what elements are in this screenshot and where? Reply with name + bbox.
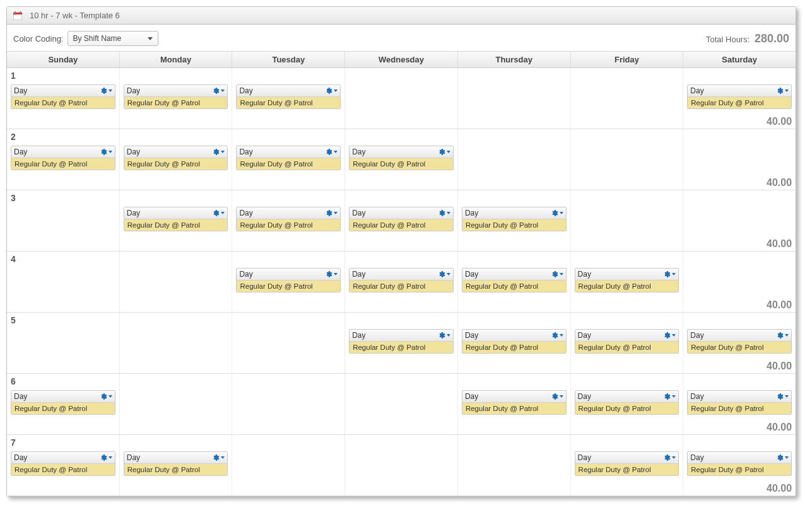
shift-block[interactable]: DayRegular Duty @ Patrol: [462, 268, 567, 292]
day-cell[interactable]: [232, 374, 345, 434]
shift-menu-button[interactable]: [551, 332, 563, 339]
day-cell[interactable]: [571, 190, 684, 251]
shift-menu-button[interactable]: [325, 209, 338, 217]
shift-block[interactable]: DayRegular Duty @ Patrol: [236, 84, 341, 109]
shift-menu-button[interactable]: [776, 454, 789, 461]
day-cell[interactable]: [458, 68, 571, 129]
shift-menu-button[interactable]: [438, 209, 450, 217]
shift-menu-button[interactable]: [776, 393, 789, 400]
shift-block[interactable]: DayRegular Duty @ Patrol: [11, 84, 115, 109]
shift-menu-button[interactable]: [100, 393, 112, 400]
day-cell[interactable]: DayRegular Duty @ Patrol: [345, 129, 458, 190]
shift-block[interactable]: DayRegular Duty @ Patrol: [575, 329, 679, 354]
shift-menu-button[interactable]: [551, 393, 563, 400]
day-cell[interactable]: DayRegular Duty @ Patrol40.00: [683, 68, 796, 129]
shift-block[interactable]: DayRegular Duty @ Patrol: [236, 146, 341, 170]
day-cell[interactable]: 40.00: [683, 252, 796, 312]
day-cell[interactable]: DayRegular Duty @ Patrol: [458, 190, 571, 251]
shift-menu-button[interactable]: [551, 270, 563, 278]
day-cell[interactable]: DayRegular Duty @ Patrol: [458, 313, 571, 373]
day-cell[interactable]: DayRegular Duty @ Patrol: [571, 313, 684, 373]
shift-block[interactable]: DayRegular Duty @ Patrol: [687, 451, 792, 476]
shift-menu-button[interactable]: [776, 87, 789, 95]
shift-block[interactable]: DayRegular Duty @ Patrol: [124, 207, 228, 231]
day-cell[interactable]: 6DayRegular Duty @ Patrol: [7, 374, 120, 434]
shift-menu-button[interactable]: [663, 332, 676, 339]
day-cell[interactable]: [458, 435, 571, 495]
shift-menu-button[interactable]: [663, 454, 676, 461]
shift-menu-button[interactable]: [212, 209, 225, 217]
shift-block[interactable]: DayRegular Duty @ Patrol: [349, 146, 454, 170]
shift-menu-button[interactable]: [438, 332, 450, 339]
shift-block[interactable]: DayRegular Duty @ Patrol: [236, 268, 341, 292]
shift-menu-button[interactable]: [438, 270, 450, 278]
shift-block[interactable]: DayRegular Duty @ Patrol: [124, 146, 228, 170]
day-cell[interactable]: DayRegular Duty @ Patrol: [120, 68, 233, 129]
shift-block[interactable]: DayRegular Duty @ Patrol: [349, 268, 454, 292]
day-cell[interactable]: [345, 374, 458, 434]
day-cell[interactable]: 1DayRegular Duty @ Patrol: [7, 68, 120, 129]
shift-menu-button[interactable]: [100, 454, 112, 461]
day-cell[interactable]: DayRegular Duty @ Patrol: [571, 435, 684, 495]
shift-menu-button[interactable]: [438, 148, 450, 156]
shift-menu-button[interactable]: [325, 148, 338, 156]
day-cell[interactable]: DayRegular Duty @ Patrol: [232, 68, 345, 129]
shift-menu-button[interactable]: [663, 270, 676, 278]
shift-block[interactable]: DayRegular Duty @ Patrol: [687, 84, 792, 109]
shift-block[interactable]: DayRegular Duty @ Patrol: [575, 268, 679, 292]
day-cell[interactable]: DayRegular Duty @ Patrol: [232, 129, 345, 190]
shift-block[interactable]: DayRegular Duty @ Patrol: [349, 207, 454, 231]
shift-menu-button[interactable]: [325, 87, 338, 95]
shift-block[interactable]: DayRegular Duty @ Patrol: [687, 329, 792, 354]
shift-block[interactable]: DayRegular Duty @ Patrol: [124, 451, 228, 476]
day-cell[interactable]: DayRegular Duty @ Patrol: [345, 190, 458, 251]
day-cell[interactable]: 7DayRegular Duty @ Patrol: [7, 435, 120, 495]
shift-menu-button[interactable]: [212, 148, 225, 156]
day-cell[interactable]: [345, 68, 458, 129]
day-cell[interactable]: DayRegular Duty @ Patrol: [458, 252, 571, 312]
day-cell[interactable]: DayRegular Duty @ Patrol: [458, 374, 571, 434]
shift-block[interactable]: DayRegular Duty @ Patrol: [462, 329, 567, 354]
day-cell[interactable]: DayRegular Duty @ Patrol: [120, 129, 233, 190]
shift-menu-button[interactable]: [663, 393, 676, 400]
day-cell[interactable]: DayRegular Duty @ Patrol: [232, 252, 345, 312]
shift-block[interactable]: DayRegular Duty @ Patrol: [11, 146, 115, 170]
shift-menu-button[interactable]: [212, 87, 225, 95]
day-cell[interactable]: DayRegular Duty @ Patrol40.00: [683, 374, 796, 434]
day-cell[interactable]: DayRegular Duty @ Patrol: [345, 313, 458, 373]
shift-block[interactable]: DayRegular Duty @ Patrol: [687, 390, 792, 415]
shift-block[interactable]: DayRegular Duty @ Patrol: [11, 390, 115, 415]
shift-menu-button[interactable]: [212, 454, 225, 461]
color-coding-dropdown[interactable]: By Shift Name: [68, 31, 158, 46]
shift-menu-button[interactable]: [325, 270, 338, 278]
day-cell[interactable]: 40.00: [683, 129, 796, 190]
shift-menu-button[interactable]: [551, 209, 563, 217]
day-cell[interactable]: 5: [7, 313, 120, 373]
day-cell[interactable]: 40.00: [683, 190, 796, 251]
shift-menu-button[interactable]: [776, 332, 789, 339]
shift-menu-button[interactable]: [100, 148, 112, 156]
shift-menu-button[interactable]: [100, 87, 112, 95]
shift-block[interactable]: DayRegular Duty @ Patrol: [236, 207, 341, 231]
day-cell[interactable]: 3: [7, 190, 120, 251]
day-cell[interactable]: [232, 313, 345, 373]
day-cell[interactable]: [120, 252, 233, 312]
shift-block[interactable]: DayRegular Duty @ Patrol: [349, 329, 454, 354]
day-cell[interactable]: DayRegular Duty @ Patrol40.00: [683, 435, 796, 495]
day-cell[interactable]: [120, 374, 233, 434]
day-cell[interactable]: DayRegular Duty @ Patrol: [120, 190, 233, 251]
shift-block[interactable]: DayRegular Duty @ Patrol: [124, 84, 228, 109]
day-cell[interactable]: [232, 435, 345, 495]
shift-block[interactable]: DayRegular Duty @ Patrol: [462, 390, 567, 415]
shift-block[interactable]: DayRegular Duty @ Patrol: [11, 451, 115, 476]
day-cell[interactable]: [571, 68, 684, 129]
day-cell[interactable]: [571, 129, 684, 190]
day-cell[interactable]: DayRegular Duty @ Patrol: [120, 435, 233, 495]
day-cell[interactable]: DayRegular Duty @ Patrol: [571, 374, 684, 434]
day-cell[interactable]: DayRegular Duty @ Patrol40.00: [683, 313, 796, 373]
shift-block[interactable]: DayRegular Duty @ Patrol: [462, 207, 567, 231]
day-cell[interactable]: DayRegular Duty @ Patrol: [345, 252, 458, 312]
day-cell[interactable]: 2DayRegular Duty @ Patrol: [7, 129, 120, 190]
day-cell[interactable]: 4: [7, 252, 120, 312]
shift-block[interactable]: DayRegular Duty @ Patrol: [575, 390, 679, 415]
